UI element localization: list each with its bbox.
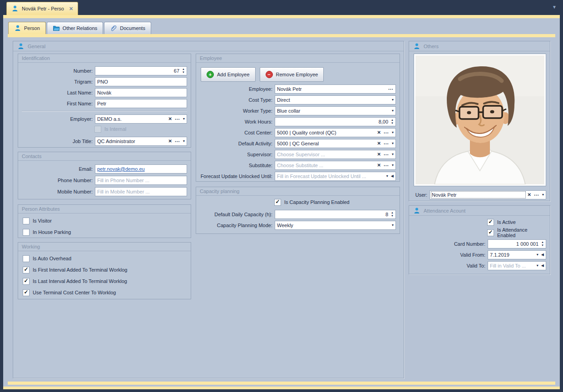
number-spin-field[interactable]: 67 ▲ ▼ xyxy=(95,66,187,75)
tab-other-relations[interactable]: Other Relations xyxy=(47,22,103,34)
dropdown-icon[interactable]: ▾ xyxy=(392,98,394,102)
checkbox-icon[interactable]: ✓ xyxy=(274,199,281,206)
cost-type-combo[interactable]: Direct ▾ xyxy=(275,95,396,104)
worker-type-combo[interactable]: Blue collar ▾ xyxy=(275,106,396,115)
dropdown-icon[interactable]: ▾ xyxy=(392,142,394,145)
remove-employee-button[interactable]: − Remove Employee xyxy=(260,67,324,82)
dropdown-icon[interactable]: ▾ xyxy=(183,139,185,143)
substitute-lookup-field[interactable]: Choose Substitute ... ✕ ⋯ ▾ xyxy=(275,161,396,170)
spinner[interactable]: ▲ ▼ xyxy=(182,68,185,74)
checkbox-icon[interactable]: ✓ xyxy=(94,126,101,133)
checkbox-icon[interactable]: ✓ xyxy=(23,218,30,224)
valid-from-label: Valid From: xyxy=(413,252,488,258)
open-editor-icon[interactable]: ◀ xyxy=(391,174,394,178)
dropdown-icon[interactable]: ▾ xyxy=(386,174,388,178)
is-auto-overhead-checkbox[interactable]: ✓ Is Auto Overhead xyxy=(23,255,187,262)
last-name-field[interactable]: Novák xyxy=(95,88,187,97)
employee-field[interactable]: Novák Petr ⋯ xyxy=(275,84,396,94)
clear-icon[interactable]: ✕ xyxy=(168,117,172,121)
spin-up-icon[interactable]: ▲ xyxy=(391,119,394,121)
valid-to-date-field[interactable]: Fill in Valid To ... ▾ ◀ xyxy=(488,261,546,270)
is-internal-checkbox[interactable]: ✓ Is Internal xyxy=(94,125,187,133)
spin-down-icon[interactable]: ▼ xyxy=(391,122,394,124)
spinner[interactable]: ▲ ▼ xyxy=(391,212,394,217)
close-icon[interactable]: ✕ xyxy=(69,6,73,12)
employer-lookup-field[interactable]: DEMO a.s. ✕ ⋯ ▾ xyxy=(95,114,187,124)
user-lookup-field[interactable]: Novák Petr ✕ ⋯ ▾ xyxy=(430,190,546,199)
use-terminal-cost-center-checkbox[interactable]: ✓ Use Terminal Cost Center To Worklog xyxy=(23,289,187,296)
spin-down-icon[interactable]: ▼ xyxy=(391,215,394,217)
ellipsis-icon[interactable]: ⋯ xyxy=(384,130,389,135)
dropdown-icon[interactable]: ▾ xyxy=(392,109,394,113)
phone-field[interactable]: Fill in Phone Number ... xyxy=(95,176,187,185)
work-hours-spin-field[interactable]: 8,00 ▲ ▼ xyxy=(275,117,396,126)
dropdown-icon[interactable]: ▾ xyxy=(392,131,394,134)
forecast-date-field[interactable]: Fill in Forecast Update Unlocked Until .… xyxy=(275,172,396,181)
checkbox-icon[interactable]: ✓ xyxy=(23,229,30,236)
ellipsis-icon[interactable]: ⋯ xyxy=(175,139,180,144)
job-title-lookup-field[interactable]: QC Administrator ✕ ⋯ ▾ xyxy=(95,137,187,146)
checkbox-icon[interactable]: ✓ xyxy=(23,289,30,296)
clear-icon[interactable]: ✕ xyxy=(377,163,381,168)
last-interval-checkbox[interactable]: ✓ Is Last Interval Added To Terminal Wor… xyxy=(23,278,187,285)
dropdown-icon[interactable]: ▾ xyxy=(392,153,394,156)
first-name-field[interactable]: Petr xyxy=(95,99,187,108)
checkbox-icon[interactable]: ✓ xyxy=(23,267,30,273)
clear-icon[interactable]: ✕ xyxy=(377,152,381,157)
daily-capacity-spin-field[interactable]: 8 ▲ ▼ xyxy=(275,210,396,219)
checkbox-icon[interactable]: ✓ xyxy=(23,278,30,285)
default-activity-lookup-field[interactable]: 5000 | QC General ✕ ⋯ ▾ xyxy=(275,139,396,148)
spinner[interactable]: ▲ ▼ xyxy=(391,119,394,124)
supervisor-lookup-field[interactable]: Choose Supervisor ... ✕ ⋯ ▾ xyxy=(275,150,396,159)
spin-up-icon[interactable]: ▲ xyxy=(541,241,544,243)
ellipsis-icon[interactable]: ⋯ xyxy=(384,152,389,157)
tab-person[interactable]: Person xyxy=(8,22,46,34)
is-attendance-enabled-checkbox[interactable]: ✓ Is Attendance Enabled xyxy=(487,229,546,236)
spin-up-icon[interactable]: ▲ xyxy=(182,68,185,70)
capacity-enabled-checkbox[interactable]: ✓ Is Capacity Planning Enabled xyxy=(274,198,396,206)
clear-icon[interactable]: ✕ xyxy=(377,141,381,146)
checkbox-icon[interactable]: ✓ xyxy=(23,255,30,262)
dropdown-icon[interactable]: ▾ xyxy=(392,223,394,227)
clear-icon[interactable]: ✕ xyxy=(377,130,381,135)
open-editor-icon[interactable]: ◀ xyxy=(541,264,544,268)
ellipsis-icon[interactable]: ⋯ xyxy=(534,193,539,198)
email-field[interactable]: petr.novak@demo.eu xyxy=(95,164,187,174)
ellipsis-icon[interactable]: ⋯ xyxy=(384,163,389,168)
spin-down-icon[interactable]: ▼ xyxy=(541,244,544,247)
clear-icon[interactable]: ✕ xyxy=(528,193,531,197)
is-active-checkbox[interactable]: ✓ Is Active xyxy=(487,218,546,226)
first-interval-checkbox[interactable]: ✓ Is First Interval Added To Terminal Wo… xyxy=(23,266,187,273)
checkbox-icon[interactable]: ✓ xyxy=(487,219,494,226)
clear-icon[interactable]: ✕ xyxy=(168,139,172,144)
ellipsis-icon[interactable]: ⋯ xyxy=(388,87,394,92)
ellipsis-icon[interactable]: ⋯ xyxy=(175,117,180,122)
cost-center-lookup-field[interactable]: 5000 | Quality control (QC) ✕ ⋯ ▾ xyxy=(275,128,396,137)
dropdown-icon[interactable]: ▾ xyxy=(392,164,394,167)
daily-capacity-row: Default Daily Capacity (h): 8 ▲ ▼ xyxy=(200,210,396,219)
spin-up-icon[interactable]: ▲ xyxy=(391,212,394,214)
in-house-parking-checkbox[interactable]: ✓ In House Parking xyxy=(23,228,187,236)
dropdown-icon[interactable]: ▾ xyxy=(542,193,544,197)
add-employee-button[interactable]: + Add Employee xyxy=(201,67,256,82)
card-number-spin-field[interactable]: 1 000 001 ▲ ▼ xyxy=(488,239,546,248)
checkbox-icon[interactable]: ✓ xyxy=(487,229,494,236)
tab-documents[interactable]: Documents xyxy=(104,22,151,34)
ellipsis-icon[interactable]: ⋯ xyxy=(384,141,389,146)
is-visitor-checkbox[interactable]: ✓ Is Visitor xyxy=(23,217,187,224)
spin-down-icon[interactable]: ▼ xyxy=(182,71,185,74)
email-link[interactable]: petr.novak@demo.eu xyxy=(97,166,185,172)
first-interval-label: Is First Interval Added To Terminal Work… xyxy=(33,267,127,273)
dropdown-icon[interactable]: ▾ xyxy=(537,253,538,257)
document-tab-novak-petr[interactable]: Novák Petr - Perso ✕ xyxy=(6,2,78,15)
supervisor-row: Supervisor: Choose Supervisor ... ✕ ⋯ ▾ xyxy=(200,150,396,159)
chevron-down-icon[interactable]: ▼ xyxy=(552,5,557,10)
trigram-field[interactable]: PNO xyxy=(95,77,187,86)
capacity-mode-combo[interactable]: Weekly ▾ xyxy=(275,221,396,230)
spinner[interactable]: ▲ ▼ xyxy=(541,241,544,247)
valid-from-date-field[interactable]: 7.1.2019 ▾ ◀ xyxy=(488,250,546,259)
dropdown-icon[interactable]: ▾ xyxy=(537,264,538,268)
dropdown-icon[interactable]: ▾ xyxy=(183,117,185,121)
open-editor-icon[interactable]: ◀ xyxy=(541,253,544,257)
mobile-field[interactable]: Fill in Mobile Number ... xyxy=(95,187,187,196)
